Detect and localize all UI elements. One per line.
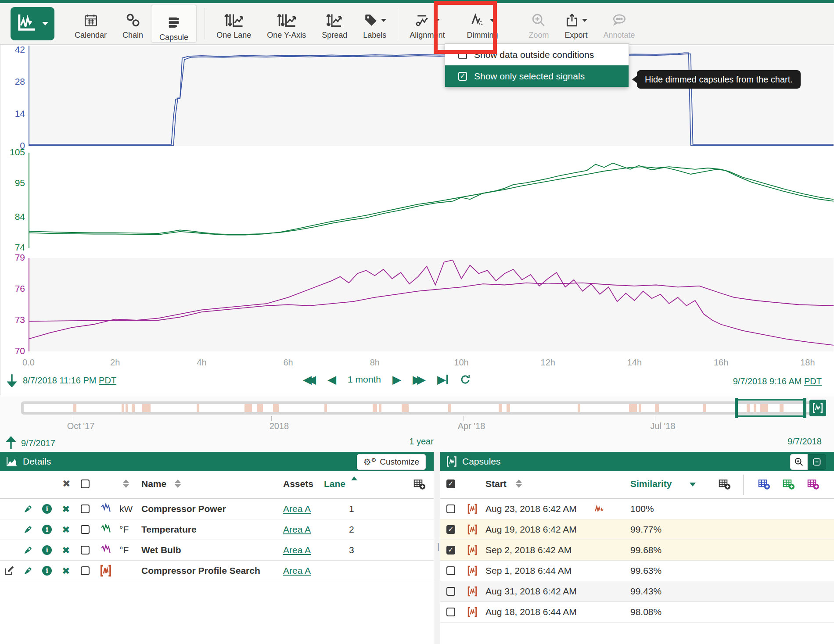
- toolbar-alignment-button[interactable]: Alignment: [402, 7, 453, 40]
- capsule-checkbox[interactable]: [446, 561, 455, 581]
- column-name-label[interactable]: Name: [141, 479, 166, 489]
- selector-right-handle[interactable]: [803, 398, 806, 418]
- remove-all-icon[interactable]: ✖: [62, 478, 70, 489]
- unchecked-checkbox[interactable]: [458, 50, 467, 59]
- row-checkbox[interactable]: [81, 540, 90, 560]
- step-forward-button[interactable]: ▶: [392, 374, 401, 385]
- toolbar-dimming-button[interactable]: Dimming: [459, 7, 506, 40]
- column-similarity-label[interactable]: Similarity: [630, 479, 672, 489]
- remove-icon[interactable]: ✖: [62, 499, 70, 519]
- capsule-row-2[interactable]: ✓Aug 19, 2018 6:42 AM99.77%: [440, 519, 834, 540]
- refresh-icon[interactable]: [460, 374, 471, 385]
- display-start-timezone-link[interactable]: PDT: [99, 376, 116, 385]
- item-name[interactable]: Compressor Profile Search: [141, 561, 260, 581]
- toolbar-calendar-button[interactable]: Calendar: [67, 7, 115, 40]
- toolbar-zoom-button[interactable]: Zoom: [521, 7, 557, 40]
- capsule-checkbox[interactable]: [446, 581, 455, 601]
- zoom-to-selection-button[interactable]: [809, 400, 826, 416]
- capsule-row-3[interactable]: ✓Sep 2, 2018 6:42 AM99.68%: [440, 540, 834, 561]
- capsule-checkbox[interactable]: ✓: [446, 540, 455, 560]
- trend-jump-icon[interactable]: [23, 519, 33, 540]
- step-back-button[interactable]: ◀: [327, 374, 336, 385]
- remove-icon[interactable]: ✖: [62, 540, 70, 560]
- step-to-end-button[interactable]: ▶: [437, 374, 448, 385]
- display-end-date[interactable]: 9/7/2018 9:16 AM: [733, 376, 802, 386]
- info-icon[interactable]: i: [42, 561, 52, 581]
- details-row-2[interactable]: i✖°FTemperatureArea A2: [0, 519, 434, 540]
- info-icon[interactable]: i: [42, 499, 52, 519]
- details-row-4[interactable]: i✖Compressor Profile SearchArea A: [0, 561, 434, 581]
- chart-lane-3[interactable]: [29, 258, 834, 351]
- info-icon[interactable]: i: [42, 540, 52, 560]
- edit-icon[interactable]: [4, 561, 15, 581]
- capsule-zoom-toggle-button[interactable]: [790, 454, 808, 470]
- trend-jump-icon[interactable]: [23, 499, 33, 519]
- asset-link[interactable]: Area A: [283, 561, 311, 581]
- capsule-collapse-button[interactable]: [808, 454, 826, 470]
- step-forward-fast-button[interactable]: ▶▶: [413, 374, 426, 385]
- sort-icon[interactable]: [123, 479, 129, 488]
- column-lane-label[interactable]: Lane: [324, 479, 345, 489]
- investigate-duration-label[interactable]: 1 year: [395, 436, 448, 447]
- asset-link[interactable]: Area A: [283, 540, 311, 560]
- display-range-selector[interactable]: [735, 399, 806, 417]
- chart-lane-1[interactable]: [29, 46, 834, 146]
- column-assets-label[interactable]: Assets: [283, 479, 313, 489]
- add-stats-column-blue-icon[interactable]: [757, 477, 770, 493]
- add-stats-column-magenta-icon[interactable]: [806, 477, 820, 493]
- trend-jump-icon[interactable]: [23, 561, 33, 581]
- column-start-label[interactable]: Start: [485, 479, 507, 489]
- checked-checkbox[interactable]: ✓: [458, 72, 467, 81]
- add-column-icon[interactable]: [718, 477, 731, 493]
- toolbar-spread-button[interactable]: Spread: [314, 7, 355, 40]
- trend-jump-icon[interactable]: [23, 540, 33, 560]
- capsule-row-1[interactable]: Aug 23, 2018 6:42 AM100%: [440, 499, 834, 519]
- toolbar-export-button[interactable]: Export: [557, 7, 595, 40]
- select-all-capsules-checkbox[interactable]: ✓: [446, 479, 455, 488]
- toolbar-chain-button[interactable]: Chain: [115, 7, 151, 40]
- trend-view-button[interactable]: [11, 7, 54, 40]
- capsule-row-5[interactable]: Aug 31, 2018 6:42 AM99.43%: [440, 581, 834, 602]
- toolbar-capsule-button[interactable]: Capsule: [151, 5, 197, 43]
- capsule-row-4[interactable]: Sep 1, 2018 6:44 AM99.63%: [440, 561, 834, 581]
- remove-icon[interactable]: ✖: [62, 519, 70, 540]
- toolbar-one-lane-button[interactable]: One Lane: [208, 7, 259, 40]
- sort-icon[interactable]: [516, 479, 522, 488]
- details-row-3[interactable]: i✖°FWet BulbArea A3: [0, 540, 434, 561]
- info-icon[interactable]: i: [42, 519, 52, 540]
- toolbar-labels-button[interactable]: Labels: [355, 7, 394, 40]
- asset-link[interactable]: Area A: [283, 499, 311, 519]
- toolbar-one-y-axis-button[interactable]: One Y-Axis: [259, 7, 314, 40]
- menu-item-show-data-outside-conditions[interactable]: Show data outside conditions: [445, 44, 629, 65]
- trend-chart[interactable]: 4228140105958474797673700.02h4h6h8h10h12…: [0, 44, 834, 395]
- capsule-row-6[interactable]: Aug 18, 2018 6:44 AM98.08%: [440, 602, 834, 623]
- chart-lane-2[interactable]: [29, 153, 834, 248]
- row-checkbox[interactable]: [81, 519, 90, 540]
- toolbar-annotate-button[interactable]: Annotate: [595, 7, 643, 40]
- sort-icon[interactable]: [175, 479, 181, 488]
- asset-link[interactable]: Area A: [283, 519, 311, 540]
- add-stats-column-green-icon[interactable]: [782, 477, 795, 493]
- step-back-fast-button[interactable]: ◀◀: [303, 374, 316, 385]
- display-end-timezone-link[interactable]: PDT: [804, 376, 822, 386]
- add-column-icon[interactable]: [413, 477, 426, 493]
- capsule-checkbox[interactable]: [446, 602, 455, 622]
- investigate-end-date[interactable]: 9/7/2018: [787, 436, 822, 447]
- details-row-1[interactable]: i✖kWCompressor PowerArea A1: [0, 499, 434, 519]
- row-checkbox[interactable]: [81, 499, 90, 519]
- display-start-date[interactable]: 8/7/2018 11:16 PM: [23, 376, 97, 385]
- selector-left-handle[interactable]: [735, 398, 738, 418]
- remove-icon[interactable]: ✖: [62, 561, 70, 581]
- item-name[interactable]: Wet Bulb: [141, 540, 181, 560]
- item-name[interactable]: Compressor Power: [141, 499, 226, 519]
- investigate-start-date[interactable]: 9/7/2017: [21, 438, 55, 448]
- step-duration-label[interactable]: 1 month: [348, 374, 381, 385]
- item-name[interactable]: Temperature: [141, 519, 197, 540]
- menu-item-show-only-selected-signals[interactable]: ✓ Show only selected signals: [445, 65, 629, 87]
- panel-splitter[interactable]: ❘❘: [434, 452, 440, 644]
- customize-button[interactable]: ⚙⚙ Customize: [357, 454, 426, 470]
- row-checkbox[interactable]: [81, 561, 90, 581]
- capsule-checkbox[interactable]: ✓: [446, 519, 455, 540]
- select-all-checkbox[interactable]: [81, 479, 90, 488]
- investigate-timeline-track[interactable]: [21, 401, 816, 415]
